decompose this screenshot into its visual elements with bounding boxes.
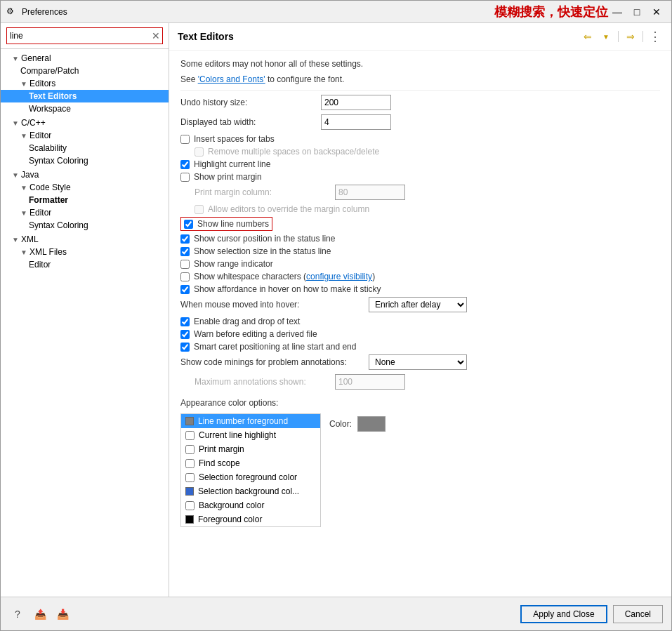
configure-visibility-link[interactable]: configure visibility bbox=[306, 272, 372, 281]
cursor-status-row[interactable]: Show cursor position in the status line bbox=[180, 234, 660, 244]
color-item-background[interactable]: Background color bbox=[181, 498, 320, 512]
tree-item-cpp-syntax[interactable]: Syntax Coloring bbox=[1, 154, 169, 167]
affordance-checkbox[interactable] bbox=[180, 285, 190, 294]
drag-drop-checkbox[interactable] bbox=[180, 317, 190, 326]
close-button[interactable]: ✕ bbox=[647, 4, 666, 20]
insert-spaces-row[interactable]: Insert spaces for tabs bbox=[180, 134, 660, 144]
tab-input[interactable] bbox=[321, 114, 391, 130]
tree-item-java-syntax[interactable]: Syntax Coloring bbox=[1, 219, 169, 232]
apply-close-button[interactable]: Apply and Close bbox=[520, 605, 607, 623]
print-margin-row[interactable]: Show print margin bbox=[180, 172, 660, 182]
tree-item-general[interactable]: ▼ General bbox=[1, 52, 169, 65]
warn-derived-row[interactable]: Warn before editing a derived file bbox=[180, 329, 660, 339]
maximize-button[interactable]: □ bbox=[628, 4, 646, 20]
tree-item-workspace[interactable]: Workspace bbox=[1, 102, 169, 115]
forward-dropdown[interactable]: ▼ bbox=[598, 29, 614, 44]
color-item-selection-bg[interactable]: Selection background col... bbox=[181, 484, 320, 498]
tree-item-code-style[interactable]: ▼ Code Style bbox=[1, 181, 169, 194]
color-item-label: Selection background col... bbox=[198, 486, 299, 496]
insert-spaces-checkbox[interactable] bbox=[180, 135, 190, 144]
tree-item-cpp[interactable]: ▼ C/C++ bbox=[1, 117, 169, 129]
smart-caret-row[interactable]: Smart caret positioning at line start an… bbox=[180, 342, 660, 352]
tree-item-xml-files[interactable]: ▼ XML Files bbox=[1, 246, 169, 258]
color-item-foreground[interactable]: Foreground color bbox=[181, 512, 320, 526]
max-annotations-row: Maximum annotations shown: bbox=[180, 374, 660, 390]
undo-row: Undo history size: bbox=[180, 95, 660, 110]
search-input[interactable] bbox=[6, 27, 163, 44]
tree-item-java[interactable]: ▼ Java bbox=[1, 168, 169, 181]
drag-drop-row[interactable]: Enable drag and drop of text bbox=[180, 317, 660, 326]
tree-label-compare: Compare/Patch bbox=[20, 66, 79, 76]
color-item-label: Line number foreground bbox=[198, 416, 288, 426]
show-line-numbers-row[interactable]: Show line numbers bbox=[180, 217, 660, 231]
expand-icon: ▼ bbox=[20, 132, 27, 140]
cancel-button[interactable]: Cancel bbox=[613, 605, 663, 623]
color-item-current-line[interactable]: Current line highlight bbox=[181, 428, 320, 442]
highlight-line-label: Highlight current line bbox=[194, 159, 270, 169]
tab-label: Displayed tab width: bbox=[180, 117, 321, 127]
help-button[interactable]: ? bbox=[9, 606, 26, 623]
tree-item-compare[interactable]: Compare/Patch bbox=[1, 65, 169, 77]
tree-item-cpp-editor[interactable]: ▼ Editor bbox=[1, 129, 169, 142]
expand-icon: ▼ bbox=[12, 236, 19, 244]
color-preview-swatch[interactable] bbox=[357, 416, 386, 432]
tree-item-java-editor[interactable]: ▼ Editor bbox=[1, 206, 169, 219]
print-margin-label: Show print margin bbox=[194, 172, 262, 182]
import-button[interactable]: 📥 bbox=[54, 606, 71, 623]
tree-item-editors[interactable]: ▼ Editors bbox=[1, 77, 169, 90]
tree-item-scalability[interactable]: Scalability bbox=[1, 142, 169, 154]
color-item-checkbox[interactable] bbox=[185, 445, 195, 454]
show-line-numbers-checkbox[interactable] bbox=[184, 220, 193, 229]
forward-button[interactable]: ⇒ bbox=[623, 29, 638, 44]
print-margin-col-input bbox=[335, 185, 405, 200]
colors-fonts-link[interactable]: 'Colors and Fonts' bbox=[198, 74, 265, 84]
whitespace-row[interactable]: Show whitespace characters (configure vi… bbox=[180, 272, 660, 281]
tree: ▼ General Compare/Patch ▼ Editors Text E… bbox=[1, 49, 169, 597]
annotation-text: 模糊搜索，快速定位 bbox=[494, 4, 608, 20]
selection-status-row[interactable]: Show selection size in the status line bbox=[180, 246, 660, 256]
export-button[interactable]: 📤 bbox=[32, 606, 48, 623]
highlight-line-checkbox[interactable] bbox=[180, 160, 190, 169]
color-item-selection-fg[interactable]: Selection foreground color bbox=[181, 470, 320, 484]
more-options-button[interactable]: ⋮ bbox=[647, 29, 663, 44]
color-item-checkbox[interactable] bbox=[185, 501, 195, 510]
remove-spaces-row: Remove multiple spaces on backspace/dele… bbox=[180, 147, 660, 157]
warn-derived-checkbox[interactable] bbox=[180, 330, 190, 339]
tree-item-xml-editor[interactable]: Editor bbox=[1, 258, 169, 271]
color-item-label: Background color bbox=[199, 500, 264, 510]
tree-item-xml[interactable]: ▼ XML bbox=[1, 233, 169, 246]
expand-icon: ▼ bbox=[20, 248, 27, 256]
tree-item-text-editors[interactable]: Text Editors bbox=[1, 90, 169, 102]
minimize-button[interactable]: — bbox=[608, 4, 626, 20]
color-item-checkbox[interactable] bbox=[185, 459, 195, 468]
undo-input[interactable] bbox=[321, 95, 391, 110]
expand-icon: ▼ bbox=[12, 119, 19, 127]
range-indicator-row[interactable]: Show range indicator bbox=[180, 259, 660, 269]
annotations-select[interactable]: None Errors Errors and Warnings bbox=[369, 354, 467, 370]
color-item-print-margin[interactable]: Print margin bbox=[181, 442, 320, 456]
range-indicator-checkbox[interactable] bbox=[180, 260, 190, 269]
affordance-row[interactable]: Show affordance in hover on how to make … bbox=[180, 284, 660, 294]
tree-label-java-syntax: Syntax Coloring bbox=[29, 220, 88, 230]
whitespace-checkbox[interactable] bbox=[180, 272, 190, 281]
search-clear-button[interactable]: ✕ bbox=[152, 30, 160, 41]
color-swatch-gray bbox=[185, 417, 194, 425]
cursor-status-checkbox[interactable] bbox=[180, 234, 190, 244]
print-margin-checkbox[interactable] bbox=[180, 173, 190, 182]
tree-label-code-style: Code Style bbox=[29, 182, 71, 192]
color-item-checkbox[interactable] bbox=[185, 431, 195, 440]
affordance-label: Show affordance in hover on how to make … bbox=[194, 284, 381, 294]
color-item-find-scope[interactable]: Find scope bbox=[181, 456, 320, 470]
selection-status-checkbox[interactable] bbox=[180, 247, 190, 256]
selection-status-label: Show selection size in the status line bbox=[194, 246, 331, 256]
color-item-label: Print margin bbox=[199, 444, 244, 454]
smart-caret-checkbox[interactable] bbox=[180, 343, 190, 352]
back-button[interactable]: ⇐ bbox=[580, 29, 595, 44]
hover-select[interactable]: Enrich after delay Enrich immediately Ne… bbox=[369, 297, 467, 312]
color-item-checkbox[interactable] bbox=[185, 473, 195, 482]
color-item-line-number-fg[interactable]: Line number foreground bbox=[181, 414, 320, 428]
tree-label-java-editor: Editor bbox=[29, 208, 51, 218]
info-text-2: See 'Colors and Fonts' to configure the … bbox=[180, 74, 660, 84]
tree-item-formatter[interactable]: Formatter bbox=[1, 194, 169, 206]
highlight-line-row[interactable]: Highlight current line bbox=[180, 159, 660, 169]
